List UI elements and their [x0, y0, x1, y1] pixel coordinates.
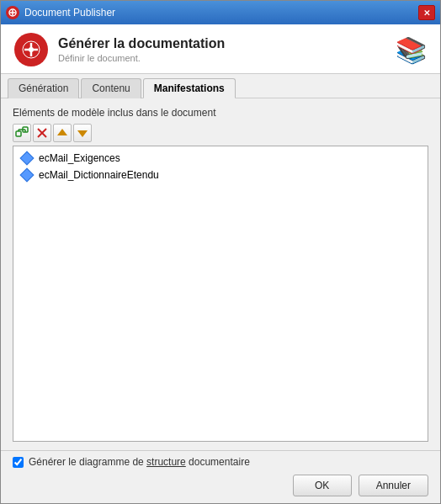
- section-label: Eléments de modèle inclus dans le docume…: [13, 107, 428, 119]
- window-title: Document Publisher: [24, 7, 418, 19]
- header-left: Générer la documentation Définir le docu…: [14, 33, 225, 66]
- header-title: Générer la documentation: [58, 36, 225, 51]
- delete-button[interactable]: [33, 124, 51, 142]
- checkbox-row: Générer le diagramme de structure docume…: [13, 456, 428, 468]
- add-button[interactable]: [13, 124, 31, 142]
- svg-marker-14: [57, 129, 67, 135]
- ok-button[interactable]: OK: [293, 475, 352, 496]
- close-button[interactable]: ✕: [418, 5, 435, 20]
- item-icon-0: [20, 151, 34, 165]
- tab-contenu[interactable]: Contenu: [81, 78, 141, 98]
- svg-rect-7: [16, 131, 21, 136]
- tab-generation[interactable]: Génération: [8, 78, 79, 98]
- cancel-button[interactable]: Annuler: [359, 475, 428, 496]
- button-row: OK Annuler: [13, 475, 428, 496]
- footer-area: Générer le diagramme de structure docume…: [1, 450, 440, 503]
- list-item[interactable]: ecMail_Exigences: [17, 150, 424, 167]
- add-icon: [15, 126, 29, 140]
- item-icon-1: [20, 168, 34, 182]
- move-up-button[interactable]: [53, 124, 72, 142]
- title-bar-controls: ✕: [418, 5, 435, 20]
- header-area: Générer la documentation Définir le docu…: [1, 24, 440, 74]
- header-books-icon: 📚: [396, 35, 427, 65]
- app-logo: [14, 33, 48, 66]
- list-item[interactable]: ecMail_DictionnaireEtendu: [17, 167, 424, 183]
- svg-marker-15: [77, 130, 88, 137]
- move-down-button[interactable]: [73, 124, 92, 142]
- content-area: Eléments de modèle inclus dans le docume…: [1, 98, 440, 450]
- main-window: Document Publisher ✕ Générer la document…: [0, 0, 441, 504]
- tab-manifestations[interactable]: Manifestations: [143, 78, 236, 98]
- up-arrow-icon: [56, 127, 68, 139]
- svg-point-6: [29, 47, 34, 52]
- books-emoji: 📚: [396, 35, 427, 65]
- title-bar: Document Publisher ✕: [1, 1, 440, 24]
- generate-diagram-checkbox[interactable]: [13, 457, 24, 468]
- tabs-area: Génération Contenu Manifestations: [1, 74, 440, 98]
- delete-icon: [36, 127, 48, 139]
- header-text: Générer la documentation Définir le docu…: [58, 36, 225, 63]
- toolbar: [13, 124, 428, 142]
- item-label-0: ecMail_Exigences: [39, 152, 120, 164]
- down-arrow-icon: [77, 127, 88, 139]
- item-label-1: ecMail_DictionnaireEtendu: [39, 169, 159, 181]
- header-subtitle: Définir le document.: [58, 53, 225, 63]
- items-listbox[interactable]: ecMail_Exigences ecMail_DictionnaireEten…: [13, 146, 428, 442]
- checkbox-label[interactable]: Générer le diagramme de structure docume…: [29, 456, 250, 468]
- app-icon: [6, 6, 19, 19]
